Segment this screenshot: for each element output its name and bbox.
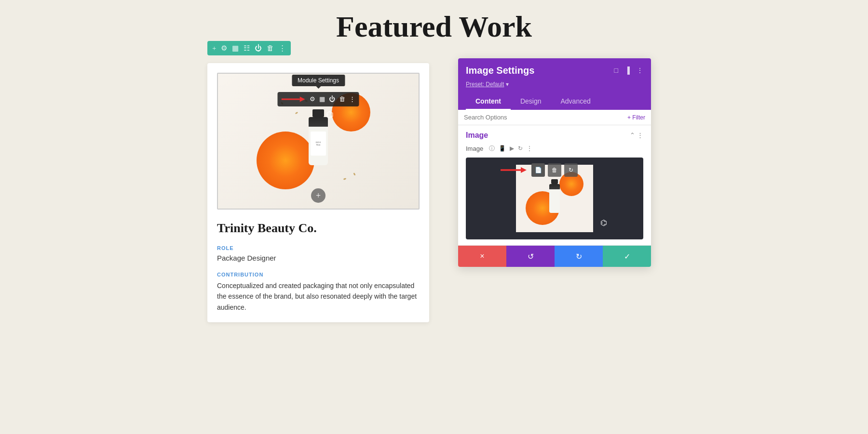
cursor-icon[interactable]: ▶ xyxy=(510,145,514,152)
left-section: + ⚙ ▦ ☷ ⏻ 🗑 ⋮ DIVISkin xyxy=(207,63,429,434)
image-section-header: Image ⌃ ⋮ xyxy=(466,131,643,140)
settings-gear-icon[interactable]: ⚙ xyxy=(310,95,315,103)
fullscreen-icon[interactable]: □ xyxy=(614,67,618,75)
settings-panel: Image Settings □ ▐ ⋮ Preset: Default ▾ C… xyxy=(458,58,651,267)
redo-button[interactable]: ↻ xyxy=(555,246,603,267)
contribution-text: Conceptualized and created packaging tha… xyxy=(217,280,420,313)
card-image-container: DIVISkin Module Settings xyxy=(217,73,420,210)
preview-overlay-toolbar: 📄 🗑 ↻ xyxy=(531,163,578,177)
settings-actions: × ↺ ↻ ✓ xyxy=(458,245,651,267)
role-value: Package Designer xyxy=(217,254,420,262)
product-label: DIVISkin xyxy=(311,132,326,156)
image-section-controls: ⌃ ⋮ xyxy=(630,132,643,139)
content-area: + ⚙ ▦ ☷ ⏻ 🗑 ⋮ DIVISkin xyxy=(0,63,868,434)
image-section-title: Image xyxy=(466,131,488,140)
image-section: Image ⌃ ⋮ Image ⓘ 📱 ▶ ↻ xyxy=(458,125,651,245)
portfolio-card: DIVISkin Module Settings xyxy=(207,63,429,322)
field-dots-icon[interactable]: ⋮ xyxy=(527,145,532,152)
image-overlay-toolbar: Module Settings ⚙ ▦ ⏻ 🗑 xyxy=(278,92,359,106)
power-icon[interactable]: ⏻ xyxy=(255,44,262,53)
role-label: ROLE xyxy=(217,245,420,251)
settings-header-icons: □ ▐ ⋮ xyxy=(614,66,643,75)
settings-body: + Filter Image ⌃ ⋮ Imag xyxy=(458,110,651,245)
page-wrapper: Featured Work + ⚙ ▦ ☷ ⏻ 🗑 ⋮ xyxy=(0,0,868,434)
copy-overlay-icon[interactable]: ▦ xyxy=(319,95,325,103)
contribution-label: CONTRIBUTION xyxy=(217,272,420,277)
card-title: Trinity Beauty Co. xyxy=(217,221,420,236)
trash-overlay-icon[interactable]: 🗑 xyxy=(339,95,345,103)
preview-red-arrow xyxy=(501,165,527,175)
image-plus-button[interactable]: + xyxy=(311,188,326,203)
search-input[interactable] xyxy=(464,114,624,121)
section-dots-icon[interactable]: ⋮ xyxy=(637,132,643,139)
image-preview-area: 📄 🗑 ↻ ⌬ xyxy=(466,158,643,239)
svg-marker-3 xyxy=(521,167,527,173)
confirm-button[interactable]: ✓ xyxy=(603,246,651,267)
seed-5 xyxy=(343,178,347,180)
split-icon[interactable]: ▐ xyxy=(625,67,630,75)
grid-icon[interactable]: ☷ xyxy=(244,44,250,53)
tab-content[interactable]: Content xyxy=(466,93,511,110)
gear-icon[interactable]: ⚙ xyxy=(221,44,227,53)
page-title: Featured Work xyxy=(336,10,532,44)
power-overlay-icon[interactable]: ⏻ xyxy=(329,95,335,103)
search-bar: + Filter xyxy=(458,110,651,125)
dots-icon[interactable]: ⋮ xyxy=(279,44,286,53)
copy-icon[interactable]: ▦ xyxy=(232,44,239,53)
image-field-label: Image xyxy=(466,145,485,152)
orange-slice-big xyxy=(257,132,314,189)
settings-header: Image Settings □ ▐ ⋮ Preset: Default ▾ C… xyxy=(458,58,651,110)
undo-button[interactable]: ↺ xyxy=(506,246,555,267)
header-dots-icon[interactable]: ⋮ xyxy=(637,66,643,75)
settings-title: Image Settings xyxy=(466,65,534,76)
trash-icon[interactable]: 🗑 xyxy=(267,44,274,53)
image-field-row: Image ⓘ 📱 ▶ ↻ ⋮ xyxy=(466,145,643,153)
preview-red-arrow-svg xyxy=(501,165,527,175)
preview-undo-btn[interactable]: ↻ xyxy=(564,163,578,177)
preview-bottle xyxy=(549,184,560,213)
filter-button[interactable]: + Filter xyxy=(627,114,645,121)
seed-2 xyxy=(295,112,298,115)
product-bottle: DIVISkin xyxy=(309,117,328,165)
preview-cursor: ⌬ xyxy=(600,218,607,227)
mobile-icon[interactable]: 📱 xyxy=(499,145,506,152)
preview-upload-btn[interactable]: 📄 xyxy=(531,163,545,177)
settings-tabs: Content Design Advanced xyxy=(466,93,643,110)
settings-title-row: Image Settings □ ▐ ⋮ xyxy=(466,65,643,76)
cancel-button[interactable]: × xyxy=(458,246,506,267)
refresh-icon[interactable]: ↻ xyxy=(518,145,523,152)
plus-icon[interactable]: + xyxy=(212,44,216,53)
seed-4 xyxy=(353,172,356,176)
right-section: Image Settings □ ▐ ⋮ Preset: Default ▾ C… xyxy=(458,63,661,434)
module-toolbar[interactable]: + ⚙ ▦ ☷ ⏻ 🗑 ⋮ xyxy=(207,41,291,55)
dots-overlay-icon[interactable]: ⋮ xyxy=(349,95,355,103)
help-icon[interactable]: ⓘ xyxy=(489,145,495,153)
svg-marker-1 xyxy=(300,97,305,102)
collapse-icon[interactable]: ⌃ xyxy=(630,132,635,139)
tab-advanced[interactable]: Advanced xyxy=(551,93,600,110)
overlay-tooltip: Module Settings xyxy=(292,75,345,86)
tab-design[interactable]: Design xyxy=(511,93,551,110)
preview-trash-btn[interactable]: 🗑 xyxy=(548,163,561,177)
preset-link[interactable]: Preset: Default xyxy=(466,81,504,88)
settings-preset: Preset: Default ▾ xyxy=(466,81,643,88)
cursor-pointer: ⌬ xyxy=(326,109,334,120)
card-image: DIVISkin Module Settings xyxy=(218,74,419,209)
red-arrow-svg xyxy=(282,94,306,104)
red-arrow xyxy=(282,94,306,104)
